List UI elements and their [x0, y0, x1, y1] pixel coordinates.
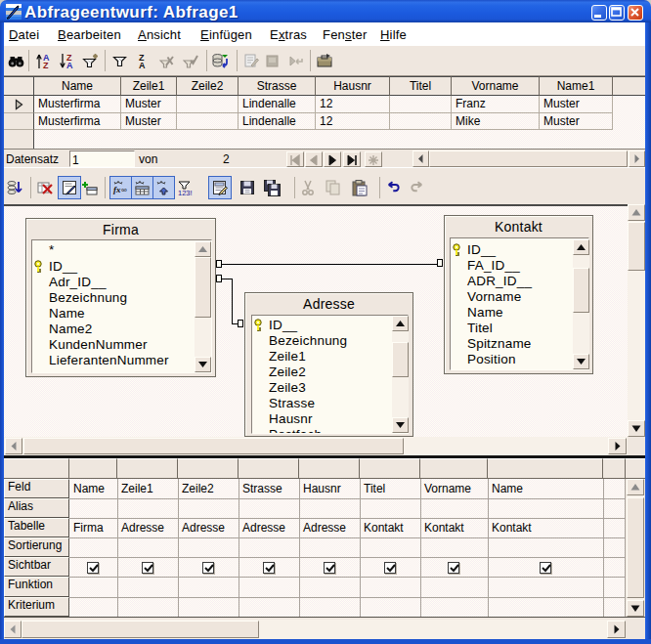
svg-text:Z: Z — [43, 61, 49, 69]
svg-text:A: A — [139, 61, 146, 69]
svg-text:∞: ∞ — [121, 186, 127, 194]
svg-text:123!: 123! — [178, 189, 193, 196]
svg-text:A: A — [66, 61, 73, 69]
svg-text:fx: fx — [113, 185, 121, 194]
